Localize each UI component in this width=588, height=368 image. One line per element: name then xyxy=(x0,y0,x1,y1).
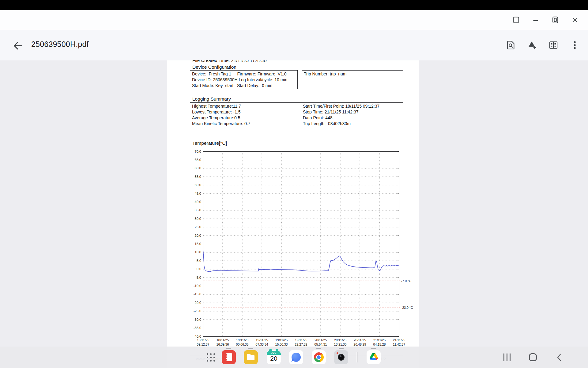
svg-text:65.0: 65.0 xyxy=(195,158,201,162)
svg-text:19/11/25: 19/11/25 xyxy=(295,338,307,342)
reader-mode-icon xyxy=(548,40,559,50)
running-indicator xyxy=(316,348,321,349)
pop-up-view-button[interactable] xyxy=(550,15,560,25)
taskbar-app-camera[interactable] xyxy=(334,350,348,364)
split-screen-icon xyxy=(512,16,520,24)
svg-text:-25.0: -25.0 xyxy=(194,309,201,313)
app-drawer-button[interactable] xyxy=(207,353,215,362)
document-title: 250639500H.pdf xyxy=(31,40,89,49)
minimize-icon xyxy=(532,16,540,24)
svg-text:19/11/25: 19/11/25 xyxy=(275,338,288,342)
svg-text:-40.0: -40.0 xyxy=(194,335,201,338)
svg-text:-7.0 °C: -7.0 °C xyxy=(401,279,411,283)
save-to-drive-button[interactable] xyxy=(526,39,538,52)
chrome-icon xyxy=(314,352,324,362)
window-controls xyxy=(511,10,580,30)
back-arrow-icon xyxy=(12,40,24,52)
minimize-button[interactable] xyxy=(530,15,541,25)
more-options-button[interactable] xyxy=(568,39,581,52)
box-row: Mean Kinetic Temperature: 0.7 xyxy=(192,121,250,127)
running-indicator xyxy=(248,348,253,349)
taskbar-app-messages[interactable] xyxy=(289,350,303,364)
svg-text:19/11/25: 19/11/25 xyxy=(236,338,248,342)
camera-icon xyxy=(338,354,345,361)
svg-text:10.0: 10.0 xyxy=(195,250,201,254)
box-row: Data Point: 448 xyxy=(303,115,379,121)
box-row: Device ID: 250639500H Log Interval/cycle… xyxy=(192,77,296,83)
folder-icon xyxy=(247,355,254,360)
svg-text:09:12:37: 09:12:37 xyxy=(197,343,209,346)
svg-text:-20.0: -20.0 xyxy=(194,301,201,305)
status-bar xyxy=(0,0,588,10)
messages-icon xyxy=(292,353,301,362)
device-configuration-box: Device: Fresh Tag 1 Firmware: Firmware_V… xyxy=(190,70,298,89)
svg-text:20:48:29: 20:48:29 xyxy=(354,343,366,346)
recents-button[interactable] xyxy=(503,353,511,361)
running-indicator xyxy=(371,348,376,349)
svg-text:15:00:33: 15:00:33 xyxy=(275,343,288,346)
svg-text:15.0: 15.0 xyxy=(195,242,201,246)
taskbar-app-calendar[interactable]: JUE 20 xyxy=(267,350,281,364)
box-row: Start Mode: Key_start Start Delay: 0 min xyxy=(192,83,296,89)
svg-text:55.0: 55.0 xyxy=(195,175,201,178)
pdf-page: File Created Time: 21/11/25 11:42:37 Dev… xyxy=(167,60,419,368)
svg-text:18/11/25: 18/11/25 xyxy=(197,338,209,342)
taskbar-app-chrome[interactable] xyxy=(312,350,326,364)
pop-up-view-icon xyxy=(551,16,559,24)
svg-text:0.0: 0.0 xyxy=(197,267,201,271)
logging-summary-heading: Logging Summary xyxy=(192,96,231,102)
svg-text:40.0: 40.0 xyxy=(195,200,201,204)
window-title-bar xyxy=(0,10,588,30)
running-indicator xyxy=(339,348,344,349)
svg-text:07:33:34: 07:33:34 xyxy=(256,343,268,346)
svg-text:04:15:28: 04:15:28 xyxy=(373,343,386,346)
svg-text:-23.0 °C: -23.0 °C xyxy=(401,306,413,309)
calendar-day: 20 xyxy=(267,355,281,362)
split-screen-button[interactable] xyxy=(511,15,521,25)
taskbar-divider xyxy=(357,352,357,362)
taskbar-app-notes[interactable] xyxy=(222,350,236,364)
home-button[interactable] xyxy=(529,353,537,361)
box-row: Stop Time: 21/11/25 11:42:37 xyxy=(303,109,379,115)
svg-text:18/11/25: 18/11/25 xyxy=(217,338,229,342)
logging-summary-left-column: Highest Temperature:11.7Lowest Temperatu… xyxy=(192,103,250,127)
taskbar-app-my-files[interactable] xyxy=(244,350,258,364)
back-button[interactable] xyxy=(10,38,25,53)
back-chevron-icon xyxy=(555,358,563,363)
svg-text:21/11/25: 21/11/25 xyxy=(393,338,405,342)
svg-text:50.0: 50.0 xyxy=(195,183,201,187)
box-row: Lowest Temperature: -1.5 xyxy=(192,109,250,115)
more-options-icon xyxy=(570,40,580,50)
temperature-chart: 70.065.060.055.050.045.040.035.030.025.0… xyxy=(188,146,419,350)
close-icon xyxy=(571,16,579,24)
svg-text:20.0: 20.0 xyxy=(195,234,201,237)
svg-text:-35.0: -35.0 xyxy=(194,326,201,330)
taskbar-app-drive[interactable] xyxy=(367,350,381,364)
svg-text:05:54:31: 05:54:31 xyxy=(315,343,327,346)
box-row: Trip Length: 03d02h30m xyxy=(303,121,379,127)
svg-text:00:06:35: 00:06:35 xyxy=(236,343,249,346)
pdf-viewer: File Created Time: 21/11/25 11:42:37 Dev… xyxy=(0,60,588,368)
svg-text:70.0: 70.0 xyxy=(195,150,201,153)
back-nav-button[interactable] xyxy=(555,352,563,363)
box-row: Average Temperature:0.5 xyxy=(192,115,250,121)
box-row: Highest Temperature:11.7 xyxy=(192,103,250,109)
svg-text:5.0: 5.0 xyxy=(197,259,201,263)
svg-text:19/11/25: 19/11/25 xyxy=(256,338,268,342)
google-drive-icon xyxy=(370,353,378,362)
taskbar: JUE 20 xyxy=(0,347,588,368)
close-button[interactable] xyxy=(570,15,580,25)
calendar-weekday: JUE xyxy=(267,351,281,355)
box-row: Start Time/First Point: 18/11/25 09:12:3… xyxy=(303,103,379,109)
svg-text:21/11/25: 21/11/25 xyxy=(373,338,386,342)
svg-text:35.0: 35.0 xyxy=(195,208,201,212)
svg-text:45.0: 45.0 xyxy=(195,192,201,195)
toolbar-actions xyxy=(504,30,581,60)
svg-text:-10.0: -10.0 xyxy=(194,284,201,288)
reader-mode-button[interactable] xyxy=(547,39,560,52)
svg-text:-30.0: -30.0 xyxy=(194,318,201,321)
camera-flash-dot xyxy=(337,352,338,354)
svg-text:22:27:32: 22:27:32 xyxy=(295,343,307,346)
find-in-page-button[interactable] xyxy=(504,39,517,52)
running-indicator xyxy=(226,348,231,349)
